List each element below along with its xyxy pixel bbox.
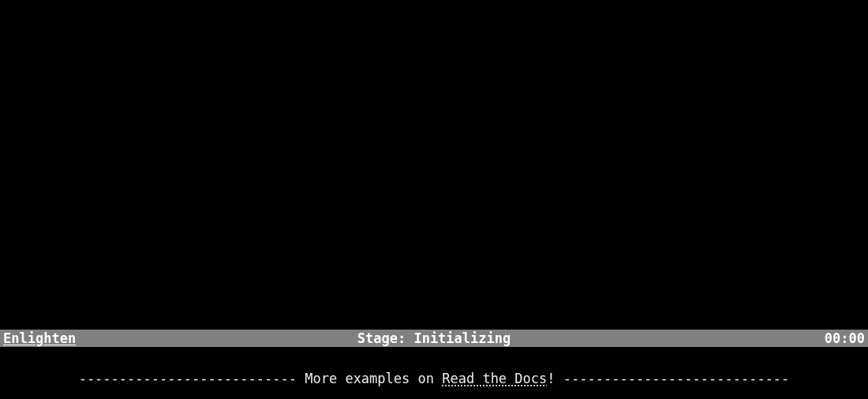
footer-dashes-left: --------------------------- bbox=[79, 371, 305, 386]
terminal-window: Enlighten Stage: Initializing 00:00 ----… bbox=[0, 0, 868, 399]
read-the-docs-link[interactable]: Read the Docs bbox=[442, 371, 547, 386]
footer-dashes-right: ---------------------------- bbox=[563, 371, 790, 386]
status-stage: Stage: Initializing bbox=[0, 330, 868, 347]
footer-line: --------------------------- More example… bbox=[0, 370, 868, 387]
status-program-name: Enlighten bbox=[3, 330, 76, 347]
footer-text-before: More examples on bbox=[305, 371, 442, 386]
status-timer: 00:00 bbox=[825, 330, 865, 347]
status-bar: Enlighten Stage: Initializing 00:00 bbox=[0, 330, 868, 347]
footer-text-after: ! bbox=[547, 371, 563, 386]
